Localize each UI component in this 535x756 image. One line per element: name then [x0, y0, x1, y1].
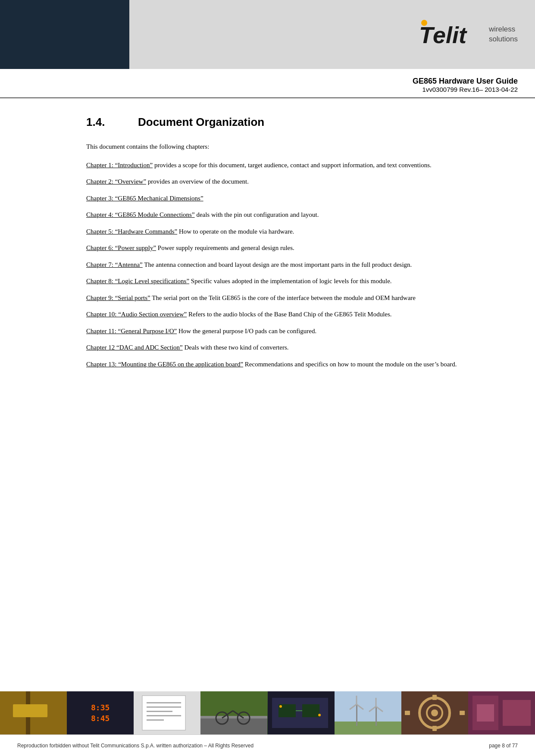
svg-rect-42 [432, 726, 437, 731]
svg-rect-33 [375, 706, 377, 726]
svg-rect-12 [147, 719, 164, 721]
svg-point-25 [279, 705, 282, 708]
chapter-entry-1: Chapter 1: “Introduction” provides a sco… [86, 160, 509, 170]
svg-rect-10 [147, 711, 172, 712]
chapter-desc-10: Refers to the audio blocks of the Base B… [187, 311, 391, 318]
chapters-list: Chapter 1: “Introduction” provides a sco… [86, 160, 509, 369]
svg-point-40 [431, 709, 438, 716]
clock-display: 8:35 8:45 [87, 698, 114, 728]
footer-img-4 [200, 691, 267, 734]
chapter-desc-6: Power supply requirements and general de… [156, 244, 294, 251]
chapter-link-11[interactable]: Chapter 11: “General Purpose I/O” [86, 328, 177, 334]
footer-img-6 [335, 691, 401, 734]
svg-rect-7 [142, 696, 185, 730]
title-bar: GE865 Hardware User Guide 1vv0300799 Rev… [0, 69, 535, 98]
section-number: 1.4. [86, 116, 121, 129]
footer-bar: Reproduction forbidden without Telit Com… [0, 734, 535, 756]
header-logo-area: T elit wireless solutions [129, 0, 535, 69]
chapter-desc-11: How the general purpose I/O pads can be … [177, 328, 316, 334]
svg-rect-29 [356, 704, 357, 726]
chapter-entry-6: Chapter 6: “Power supply” Power supply r… [86, 243, 509, 253]
chapter-link-3[interactable]: Chapter 3: “GE865 Mechanical Dimensions” [86, 195, 203, 202]
chapter-link-4[interactable]: Chapter 4: “GE865 Module Connections” [86, 211, 195, 218]
chapter-link-7[interactable]: Chapter 7: “Antenna” [86, 261, 143, 268]
svg-text:elit: elit [433, 22, 467, 48]
chapter-link-13[interactable]: Chapter 13: “Mounting the GE865 on the a… [86, 361, 243, 368]
main-content: 1.4. Document Organization This document… [0, 103, 535, 389]
chapter-link-10[interactable]: Chapter 10: “Audio Section overview” [86, 311, 187, 318]
chapter-link-12[interactable]: Chapter 12 “DAC and ADC Section” [86, 344, 183, 351]
chapter-desc-8: Specific values adopted in the implement… [189, 278, 391, 284]
page-header: T elit wireless solutions [0, 0, 535, 69]
chapter-entry-10: Chapter 10: “Audio Section overview” Ref… [86, 309, 509, 319]
chapter-desc-12: Deals with these two kind of converters. [183, 344, 289, 351]
svg-rect-11 [147, 715, 181, 716]
chapter-desc-2: provides an overview of the document. [146, 178, 249, 185]
chapter-entry-13: Chapter 13: “Mounting the GE865 on the a… [86, 359, 509, 369]
chapter-entry-7: Chapter 7: “Antenna” The antenna connect… [86, 260, 509, 270]
svg-point-26 [318, 714, 321, 716]
chapter-link-5[interactable]: Chapter 5: “Hardware Commands” [86, 228, 177, 235]
svg-rect-8 [147, 702, 181, 703]
svg-rect-15 [200, 716, 267, 719]
telit-logo: T elit wireless solutions [415, 19, 518, 50]
chapter-link-2[interactable]: Chapter 2: “Overview” [86, 178, 146, 185]
svg-rect-44 [460, 711, 465, 715]
section-heading: 1.4. Document Organization [86, 116, 509, 129]
footer-image-strip: 8:35 8:45 [0, 691, 535, 734]
svg-rect-43 [405, 711, 410, 715]
footer-page-info: page 8 of 77 [489, 743, 518, 749]
footer-img-1 [0, 691, 67, 734]
chapter-entry-5: Chapter 5: “Hardware Commands” How to op… [86, 227, 509, 237]
svg-rect-14 [200, 717, 267, 734]
logo-wireless-text: wireless solutions [489, 25, 518, 44]
chapter-entry-2: Chapter 2: “Overview” provides an overvi… [86, 177, 509, 187]
svg-rect-28 [335, 722, 401, 734]
telit-logo-svg: T elit [415, 19, 484, 50]
chapter-desc-13: Recommendations and specifics on how to … [243, 361, 457, 368]
document-subtitle: 1vv0300799 Rev.16– 2013-04-22 [17, 86, 518, 93]
document-title: GE865 Hardware User Guide [17, 77, 518, 86]
chapter-entry-3: Chapter 3: “GE865 Mechanical Dimensions” [86, 194, 509, 203]
chapter-link-1[interactable]: Chapter 1: “Introduction” [86, 162, 153, 169]
section-title: Document Organization [138, 116, 264, 129]
chapter-desc-5: How to operate on the module via hardwar… [177, 228, 294, 235]
svg-rect-5 [13, 704, 47, 717]
footer-img-3 [134, 691, 200, 734]
svg-rect-9 [147, 706, 181, 708]
svg-rect-47 [503, 700, 531, 726]
chapter-desc-7: The antenna connection and board layout … [143, 261, 412, 268]
header-dark-panel [0, 0, 129, 69]
chapter-entry-9: Chapter 9: “Serial ports” The serial por… [86, 293, 509, 303]
chapter-link-6[interactable]: Chapter 6: “Power supply” [86, 244, 156, 251]
chapter-desc-1: provides a scope for this document, targ… [153, 162, 432, 169]
chapter-link-9[interactable]: Chapter 9: “Serial ports” [86, 294, 150, 301]
svg-rect-41 [432, 695, 437, 700]
footer-img-8 [468, 691, 535, 734]
intro-paragraph: This document contains the following cha… [86, 142, 509, 152]
chapter-entry-4: Chapter 4: “GE865 Module Connections” de… [86, 210, 509, 220]
footer-img-7 [401, 691, 468, 734]
svg-rect-23 [302, 704, 319, 717]
svg-rect-48 [477, 704, 494, 722]
chapter-link-8[interactable]: Chapter 8: “Logic Level specifications” [86, 278, 189, 284]
chapter-entry-8: Chapter 8: “Logic Level specifications” … [86, 276, 509, 286]
chapter-entry-12: Chapter 12 “DAC and ADC Section” Deals w… [86, 343, 509, 353]
chapter-entry-11: Chapter 11: “General Purpose I/O” How th… [86, 326, 509, 336]
footer-img-5 [268, 691, 335, 734]
footer-copyright: Reproduction forbidden without Telit Com… [17, 743, 253, 749]
footer-img-2: 8:35 8:45 [67, 691, 134, 734]
chapter-desc-9: The serial port on the Telit GE865 is th… [150, 294, 416, 301]
chapter-desc-4: deals with the pin out configuration and… [195, 211, 319, 218]
